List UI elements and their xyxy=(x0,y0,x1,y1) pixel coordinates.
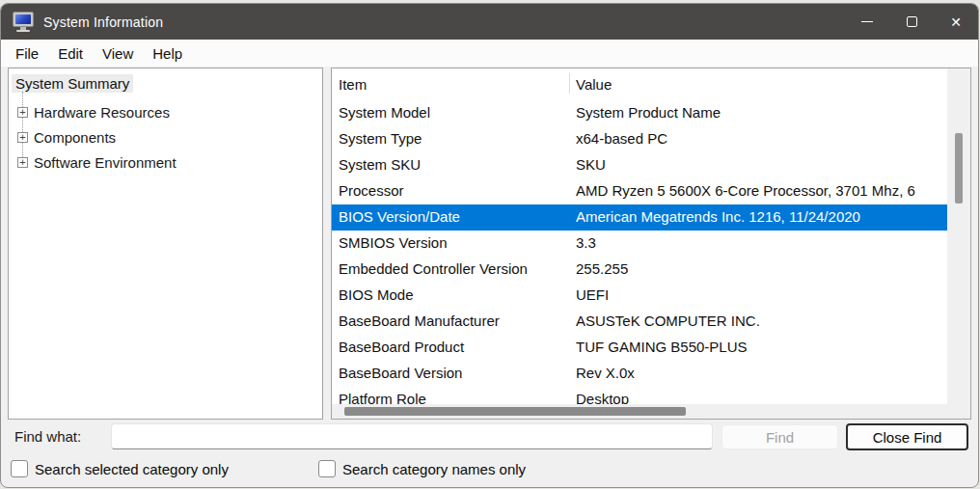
item-cell: BIOS Version/Date xyxy=(339,208,570,225)
maximize-button[interactable] xyxy=(889,4,934,40)
search-category-names-option: Search category names only xyxy=(318,460,526,477)
item-cell: System Type xyxy=(339,130,570,147)
table-row[interactable]: BIOS ModeUEFI xyxy=(332,283,947,309)
item-cell: BIOS Mode xyxy=(339,286,570,303)
column-header-value[interactable]: Value xyxy=(576,76,612,93)
menu-item-help[interactable]: Help xyxy=(143,42,192,65)
value-cell: Rev X.0x xyxy=(576,365,947,381)
column-divider[interactable] xyxy=(569,73,570,94)
sidebar-item-label: Hardware Resources xyxy=(34,104,170,121)
find-button[interactable]: Find xyxy=(721,424,838,449)
value-cell: UEFI xyxy=(576,286,947,303)
search-category-names-label: Search category names only xyxy=(342,461,526,477)
sidebar-item-software-environment[interactable]: +Software Environment xyxy=(9,149,322,175)
close-icon: ✕ xyxy=(950,15,962,29)
details-panel: Item Value System ModelSystem Product Na… xyxy=(331,68,971,420)
item-cell: SMBIOS Version xyxy=(339,234,570,251)
vertical-scrollbar-thumb[interactable] xyxy=(955,133,963,204)
table-row[interactable]: System SKUSKU xyxy=(332,152,947,178)
tree-children: +Hardware Resources+Components+Software … xyxy=(9,99,322,175)
sidebar-item-system-summary[interactable]: System Summary xyxy=(12,74,133,93)
table-row[interactable]: BIOS Version/DateAmerican Megatrends Inc… xyxy=(332,204,947,231)
table-row[interactable]: BaseBoard VersionRev X.0x xyxy=(332,361,947,387)
vertical-scrollbar[interactable] xyxy=(947,68,970,419)
item-cell: BaseBoard Version xyxy=(339,365,570,381)
find-input[interactable] xyxy=(111,423,713,449)
value-cell: ASUSTeK COMPUTER INC. xyxy=(576,312,947,329)
item-cell: Embedded Controller Version xyxy=(339,260,570,277)
column-header-item[interactable]: Item xyxy=(339,76,367,93)
value-cell: 255.255 xyxy=(576,260,947,277)
menu-item-file[interactable]: File xyxy=(6,42,48,65)
find-what-label: Find what: xyxy=(14,428,81,445)
close-button[interactable]: ✕ xyxy=(934,4,978,40)
minimize-icon xyxy=(861,21,873,22)
expand-plus-icon[interactable]: + xyxy=(17,107,28,118)
close-find-button[interactable]: Close Find xyxy=(846,423,968,450)
system-information-window: System Information ✕ FileEditViewHelp Sy… xyxy=(0,3,979,488)
sidebar-item-components[interactable]: +Components xyxy=(9,124,322,149)
value-cell: x64-based PC xyxy=(576,130,947,147)
value-cell: American Megatrends Inc. 1216, 11/24/202… xyxy=(576,208,947,225)
menu-item-view[interactable]: View xyxy=(93,42,143,65)
item-cell: BaseBoard Manufacturer xyxy=(339,312,570,329)
table-row[interactable]: ProcessorAMD Ryzen 5 5600X 6-Core Proces… xyxy=(332,178,947,204)
menu-bar: FileEditViewHelp xyxy=(1,40,978,67)
table-row[interactable]: System ModelSystem Product Name xyxy=(332,100,947,126)
value-cell: System Product Name xyxy=(576,104,947,121)
table-row[interactable]: BaseBoard ProductTUF GAMING B550-PLUS xyxy=(332,335,947,361)
list-header: Item Value xyxy=(332,68,970,100)
search-selected-category-label: Search selected category only xyxy=(35,461,229,477)
expand-plus-icon[interactable]: + xyxy=(17,132,28,143)
table-row[interactable]: SMBIOS Version3.3 xyxy=(332,231,947,257)
value-cell: SKU xyxy=(576,156,947,173)
category-tree-panel: System Summary +Hardware Resources+Compo… xyxy=(8,68,323,420)
value-cell: 3.3 xyxy=(576,234,947,251)
item-cell: System SKU xyxy=(339,156,570,173)
maximize-icon xyxy=(907,16,917,27)
window-title: System Information xyxy=(43,14,163,30)
search-selected-category-option: Search selected category only xyxy=(11,460,229,477)
minimize-button[interactable] xyxy=(845,4,889,40)
search-selected-category-checkbox[interactable] xyxy=(11,460,28,477)
value-cell: AMD Ryzen 5 5600X 6-Core Processor, 3701… xyxy=(576,182,947,199)
sidebar-item-label: Software Environment xyxy=(34,154,177,171)
table-row[interactable]: System Typex64-based PC xyxy=(332,126,947,152)
horizontal-scrollbar[interactable] xyxy=(332,404,947,419)
title-bar: System Information ✕ xyxy=(1,4,978,40)
expand-plus-icon[interactable]: + xyxy=(17,157,28,168)
sidebar-item-hardware-resources[interactable]: +Hardware Resources xyxy=(9,99,322,124)
table-row[interactable]: Embedded Controller Version255.255 xyxy=(332,257,947,283)
horizontal-scrollbar-thumb[interactable] xyxy=(344,407,686,416)
window-controls: ✕ xyxy=(845,4,978,40)
menu-item-edit[interactable]: Edit xyxy=(48,42,93,65)
sidebar-item-label: Components xyxy=(34,129,116,146)
table-row[interactable]: BaseBoard ManufacturerASUSTeK COMPUTER I… xyxy=(332,309,947,335)
item-cell: BaseBoard Product xyxy=(339,339,570,355)
item-cell: Processor xyxy=(339,182,570,199)
value-cell: TUF GAMING B550-PLUS xyxy=(576,339,947,355)
search-category-names-checkbox[interactable] xyxy=(318,460,336,477)
item-cell: System Model xyxy=(339,104,570,121)
system-information-icon xyxy=(13,12,34,32)
table-rows: System ModelSystem Product NameSystem Ty… xyxy=(332,100,947,419)
